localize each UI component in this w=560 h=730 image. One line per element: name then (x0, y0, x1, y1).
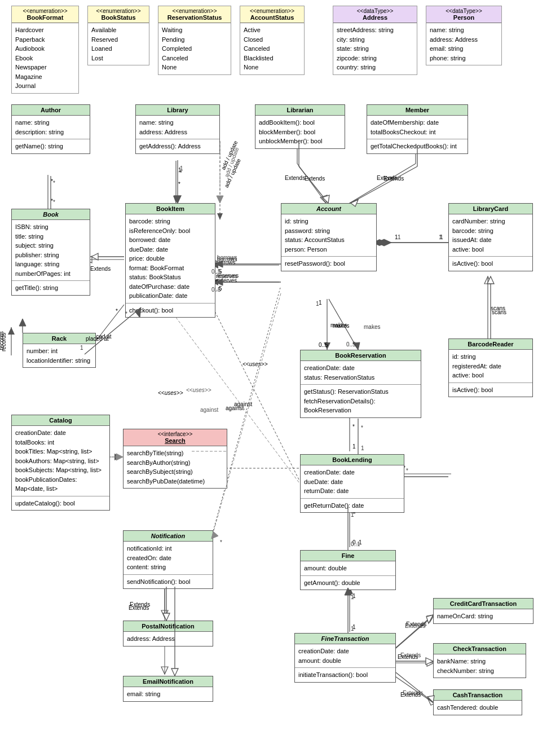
class-notification: Notification notificationId: intcreatedO… (123, 530, 213, 589)
svg-text:*: * (178, 181, 180, 187)
label-borrows: borrows (215, 260, 236, 266)
enum-book-format: <<enumeration>> BookFormat HardcoverPape… (11, 6, 79, 94)
svg-text:1: 1 (352, 443, 356, 450)
svg-line-153 (211, 293, 281, 539)
svg-line-94 (299, 166, 328, 203)
svg-marker-95 (323, 195, 329, 203)
svg-text:<<uses>>: <<uses>> (186, 387, 211, 393)
svg-text:*: * (180, 170, 182, 176)
class-postal-notification: PostalNotification address: Address (123, 621, 213, 647)
class-catalog: Catalog creationDate: date totalBooks: i… (11, 415, 110, 511)
svg-marker-110 (19, 319, 26, 326)
svg-text:1: 1 (398, 234, 401, 240)
label-extends-member: Extends (377, 175, 397, 181)
svg-line-59 (392, 615, 434, 652)
class-library-card: LibraryCard cardNumber: string barcode: … (448, 203, 533, 271)
svg-text:Extends: Extends (90, 266, 111, 272)
svg-text:Extends: Extends (403, 690, 423, 696)
svg-text:1: 1 (178, 167, 182, 173)
label-reserves: reserves (215, 278, 237, 284)
svg-text:*: * (352, 424, 355, 430)
svg-line-132 (396, 672, 433, 702)
svg-line-126 (396, 615, 433, 648)
svg-line-11 (297, 164, 326, 203)
svg-marker-77 (161, 667, 168, 674)
svg-text:*: * (53, 180, 55, 186)
svg-text:Extends: Extends (305, 175, 325, 182)
svg-marker-112 (353, 342, 360, 350)
uml-diagram: * * Extends * 1 Extends Extends add / up… (0, 0, 560, 730)
label-makes: makes (333, 323, 349, 329)
svg-text:0..1: 0..1 (352, 539, 362, 546)
svg-text:Extends: Extends (406, 621, 426, 627)
svg-text:0..5: 0..5 (319, 342, 328, 348)
class-cash-transaction: CashTransaction cashTendered: double (433, 689, 522, 715)
class-member: Member dateOfMembership: datetotalBooksC… (367, 104, 468, 154)
enum-reservation-status: <<enumeration>> ReservationStatus Waitin… (158, 6, 231, 75)
dtype-person: <<dataType>> Person name: stringaddress:… (426, 6, 502, 65)
dtype-address-title: Address (363, 14, 387, 21)
svg-text:Extends: Extends (400, 692, 421, 698)
svg-text:1: 1 (395, 234, 398, 240)
svg-marker-45 (324, 342, 330, 350)
svg-marker-42 (8, 327, 15, 335)
class-book-lending: BookLending creationDate: date dueDate: … (300, 454, 404, 513)
dtype-person-title: Person (453, 14, 474, 21)
class-email-notification: EmailNotification email: string (123, 676, 213, 702)
label-records: records (0, 331, 5, 350)
enum-account-status-values: ActiveClosedCanceledBlacklistedNone (240, 23, 304, 74)
svg-text:0..5: 0..5 (346, 341, 356, 348)
class-library: Library name: stringaddress: Address get… (135, 104, 220, 154)
svg-text:*: * (406, 468, 408, 474)
svg-marker-152 (171, 669, 178, 676)
class-account: Account id: string password: string stat… (281, 203, 377, 271)
enum-book-status: <<enumeration>> BookStatus AvailableRese… (87, 6, 149, 65)
svg-text:Extends: Extends (400, 652, 421, 658)
svg-text:1: 1 (351, 626, 354, 632)
label-placed-at: placed at (86, 336, 109, 342)
svg-marker-34 (484, 276, 491, 284)
svg-marker-75 (161, 610, 168, 618)
class-author: Author name: stringdescription: string g… (11, 104, 90, 154)
dtype-address-fields: streetAddress: stringcity: stringstate: … (333, 23, 417, 74)
svg-marker-12 (320, 195, 327, 203)
label-add-update: add / update (220, 140, 239, 171)
svg-line-65 (392, 674, 434, 703)
class-search: <<interface>> Search searchByTitle(strin… (123, 429, 227, 489)
label-extends-librarian: Extends (285, 175, 305, 181)
svg-marker-88 (91, 253, 98, 260)
dtype-address: <<dataType>> Address streetAddress: stri… (333, 6, 417, 75)
svg-text:*: * (116, 308, 118, 314)
enum-reservation-status-title: ReservationStatus (167, 14, 222, 21)
svg-text:1: 1 (352, 624, 356, 630)
class-barcode-reader: BarcodeReader id: string registeredAt: d… (448, 338, 533, 397)
svg-line-97 (351, 166, 417, 203)
svg-text:1: 1 (440, 234, 443, 240)
class-book-reservation: BookReservation creationDate: date statu… (300, 350, 421, 418)
svg-text:1: 1 (316, 301, 319, 307)
svg-text:0..1: 0..1 (351, 541, 360, 547)
svg-marker-100 (377, 239, 391, 246)
svg-text:makes: makes (364, 324, 380, 330)
svg-text:1: 1 (319, 300, 322, 306)
class-credit-card-transaction: CreditCardTransaction nameOnCard: string (433, 598, 533, 624)
class-librarian: Librarian addBookItem(): bool blockMembe… (255, 104, 345, 149)
svg-marker-19 (217, 213, 223, 220)
svg-marker-127 (426, 615, 433, 623)
svg-text:*: * (51, 178, 53, 184)
svg-text:1: 1 (439, 234, 442, 240)
svg-text:1: 1 (180, 165, 183, 171)
svg-text:*: * (53, 199, 55, 205)
label-against: against (226, 405, 244, 411)
class-book: Book ISBN: stringtitle: stringsubject: s… (11, 209, 90, 296)
enum-account-status-title: AccountStatus (250, 14, 294, 21)
svg-text:1: 1 (351, 594, 354, 600)
enum-book-format-values: HardcoverPaperbackAudiobookEbookNewspape… (12, 23, 78, 93)
enum-book-status-values: AvailableReservedLoanedLost (88, 23, 149, 65)
svg-marker-130 (426, 658, 433, 665)
svg-marker-104 (487, 276, 494, 284)
svg-marker-159 (217, 196, 223, 203)
label-scans: scans (492, 309, 506, 315)
class-fine-transaction: FineTransaction creationDate: date amoun… (294, 633, 396, 683)
svg-marker-90 (174, 196, 181, 203)
